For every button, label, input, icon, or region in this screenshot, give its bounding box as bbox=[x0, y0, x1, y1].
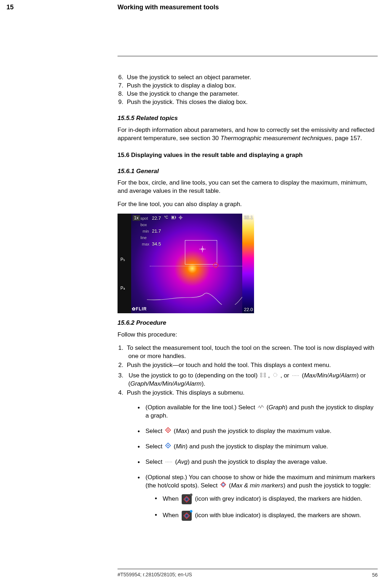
max-icon bbox=[165, 427, 171, 435]
crosshair-icon bbox=[178, 215, 183, 220]
spot-value: 22.7 bbox=[152, 215, 161, 221]
chapter-number: 15 bbox=[6, 3, 14, 11]
step-item: To select the measurement tool, touch th… bbox=[127, 344, 378, 361]
markers-hidden-icon bbox=[182, 494, 192, 504]
divider bbox=[118, 56, 378, 56]
bullet-item: Select (Max) and push the joystick to di… bbox=[138, 427, 378, 435]
max-label: max bbox=[142, 242, 149, 247]
min-value: 21.7 bbox=[152, 228, 161, 234]
line-label: line bbox=[140, 235, 147, 240]
max-value: 34.5 bbox=[152, 241, 161, 247]
procedure-intro: Follow this procedure: bbox=[118, 331, 378, 339]
max-marker-icon bbox=[213, 262, 219, 268]
markers-toggle-list: When (icon with grey indicator) is displ… bbox=[145, 494, 378, 521]
thermal-color-scale bbox=[242, 214, 254, 313]
spot-label: spot bbox=[140, 216, 148, 221]
bullet-item: (Option available for the line tool.) Se… bbox=[138, 404, 378, 420]
page-footer: #T559954; r.28105/28105; en-US 56 bbox=[118, 569, 378, 578]
svg-point-13 bbox=[273, 373, 277, 377]
paragraph: For the line tool, you can also display … bbox=[118, 200, 378, 209]
section-heading-1555: 15.5.5 Related topics bbox=[118, 114, 378, 123]
chapter-title: Working with measurement tools bbox=[118, 3, 219, 11]
graph-icon bbox=[258, 404, 264, 412]
line-overlay bbox=[150, 266, 250, 266]
min-icon bbox=[165, 443, 171, 451]
step-item: Push the joystick—or touch and hold the … bbox=[127, 361, 378, 370]
svg-rect-9 bbox=[260, 373, 262, 375]
box-tool-icon bbox=[260, 372, 266, 380]
svg-rect-10 bbox=[264, 373, 266, 375]
box-label: box bbox=[140, 222, 147, 228]
section-heading-1562: 15.6.2 Procedure bbox=[118, 319, 378, 327]
min-label: min bbox=[143, 229, 149, 234]
step-item: Use the joystick to select an object par… bbox=[127, 73, 378, 82]
bullet-item: (Optional step.) You can choose to show … bbox=[138, 473, 378, 521]
bullet-item: Select (Min) and push the joystick to di… bbox=[138, 443, 378, 451]
circle-tool-icon bbox=[272, 372, 278, 380]
markers-shown-icon bbox=[182, 511, 192, 521]
thermal-screenshot: 32.1 22.0 1x spot 22.7 °C box min 21.7 l… bbox=[118, 214, 254, 313]
svg-rect-5 bbox=[172, 216, 174, 219]
bullet-item: When (icon with blue indicator) is displ… bbox=[155, 511, 378, 521]
spot-marker-icon bbox=[199, 246, 206, 252]
max-min-markers-icon bbox=[220, 482, 226, 490]
procedure-steps: To select the measurement tool, touch th… bbox=[118, 344, 378, 520]
section-heading-156: 15.6 Displaying values in the result tab… bbox=[118, 151, 378, 159]
line-graph-waveform bbox=[147, 292, 253, 305]
section-heading-1561: 15.6.1 General bbox=[118, 167, 378, 176]
page-content: Use the joystick to select an object par… bbox=[118, 56, 378, 529]
page: 15 Working with measurement tools Use th… bbox=[0, 0, 392, 586]
battery-icon bbox=[171, 216, 176, 219]
footer-code: #T559954; r.28105/28105; en-US bbox=[118, 572, 192, 577]
svg-rect-4 bbox=[175, 216, 176, 218]
bullet-item: Select (Avg) and push the joystick to di… bbox=[138, 458, 378, 466]
scale-max: 32.1 bbox=[244, 214, 253, 221]
page-number: 56 bbox=[372, 572, 378, 578]
svg-rect-11 bbox=[260, 376, 262, 377]
avg-icon bbox=[165, 458, 173, 466]
steps-6-9-list: Use the joystick to select an object par… bbox=[118, 73, 378, 106]
step-item: Use the joystick to change the parameter… bbox=[127, 90, 378, 98]
step-item: Push the joystick to display a dialog bo… bbox=[127, 82, 378, 90]
line-tool-icon bbox=[292, 372, 300, 380]
paragraph: For the box, circle, and line tools, you… bbox=[118, 179, 378, 195]
flir-logo: ✿FLIR bbox=[132, 306, 147, 312]
svg-rect-12 bbox=[264, 376, 266, 377]
bullet-item: When (icon with grey indicator) is displ… bbox=[155, 494, 378, 504]
footer-divider bbox=[118, 569, 378, 569]
step-item: Push the joystick. This displays a subme… bbox=[127, 389, 378, 521]
zoom-label: 1x bbox=[133, 215, 140, 221]
step-item: Push the joystick. This closes the dialo… bbox=[127, 98, 378, 106]
paragraph: For in-depth information about parameter… bbox=[118, 126, 378, 143]
submenu-bullets: (Option available for the line tool.) Se… bbox=[128, 404, 378, 521]
unit-label: °C bbox=[164, 215, 168, 220]
preset-p4: P₄ bbox=[120, 285, 125, 291]
thermal-leftbar bbox=[118, 214, 131, 313]
step-item: Use the joystick to go to (depending on … bbox=[127, 372, 378, 388]
scale-min: 22.0 bbox=[244, 306, 253, 313]
box-overlay bbox=[185, 240, 217, 265]
preset-p5: P₅ bbox=[120, 257, 125, 262]
